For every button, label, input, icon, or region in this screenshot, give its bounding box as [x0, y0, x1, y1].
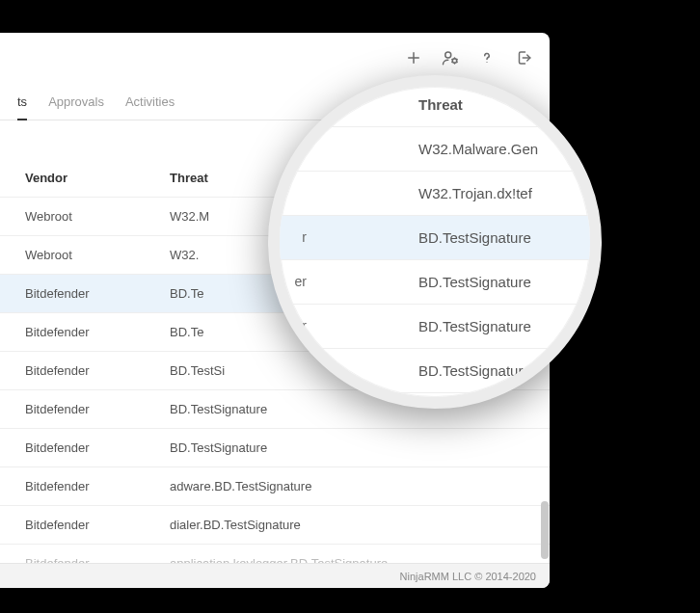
- cell-vendor: Bitdefender: [17, 429, 162, 466]
- footer: NinjaRMM LLC © 2014-2020: [0, 563, 550, 588]
- col-header-vendor[interactable]: Vendor: [17, 159, 162, 197]
- lens-threat: BD.TestSignature: [312, 216, 590, 259]
- table-row[interactable]: Bitdefender adware.BD.TestSignature: [0, 467, 550, 506]
- table-row[interactable]: Bitdefender BD.TestSignature: [0, 429, 550, 467]
- cell-vendor: Bitdefender: [17, 506, 162, 544]
- cell-threat: adware.BD.TestSignature: [162, 467, 532, 505]
- copyright: NinjaRMM LLC © 2014-2020: [400, 571, 536, 582]
- plus-icon[interactable]: [405, 49, 422, 70]
- magnifier-lens: Threat W32.Malware.Gen W32.Trojan.dx!tef…: [268, 75, 602, 409]
- lens-row: W32.Malware.Gen: [280, 127, 590, 172]
- svg-point-4: [486, 62, 487, 63]
- lens-row: r BD.TestSignature: [280, 305, 590, 349]
- cell-vendor: Webroot: [17, 236, 162, 274]
- user-gear-icon[interactable]: [442, 49, 459, 70]
- lens-threat: BD.TestSignature: [312, 305, 590, 348]
- tab-activities[interactable]: Activities: [125, 87, 175, 120]
- lens-threat: W32.Malware.Gen: [312, 127, 590, 171]
- lens-threat: W32.Trojan.dx!tef: [312, 172, 590, 215]
- svg-point-2: [445, 52, 451, 58]
- lens-threat: BD.TestSignature: [312, 260, 590, 304]
- cell-vendor: Bitdefender: [17, 352, 162, 389]
- lens-inner: Threat W32.Malware.Gen W32.Trojan.dx!tef…: [280, 87, 590, 397]
- cell-threat: dialer.BD.TestSignature: [162, 506, 532, 544]
- table-row[interactable]: Bitdefender dialer.BD.TestSignature: [0, 506, 550, 545]
- cell-vendor: Bitdefender: [17, 275, 162, 312]
- tab-approvals[interactable]: Approvals: [48, 87, 104, 120]
- lens-row: W32.Trojan.dx!tef: [280, 172, 590, 216]
- lens-row: er BD.TestSignature: [280, 260, 590, 305]
- help-icon[interactable]: [478, 49, 496, 70]
- cell-threat: BD.TestSignature: [162, 429, 532, 466]
- cell-vendor: Bitdefender: [17, 467, 162, 505]
- logout-icon[interactable]: [515, 49, 532, 70]
- scrollbar-thumb[interactable]: [541, 501, 549, 559]
- lens-row: r BD.TestSignature: [280, 216, 590, 260]
- cell-vendor: Bitdefender: [17, 390, 162, 428]
- tab-threats[interactable]: ts: [17, 87, 27, 120]
- cell-vendor: Bitdefender: [17, 313, 162, 351]
- cell-vendor: Webroot: [17, 198, 162, 235]
